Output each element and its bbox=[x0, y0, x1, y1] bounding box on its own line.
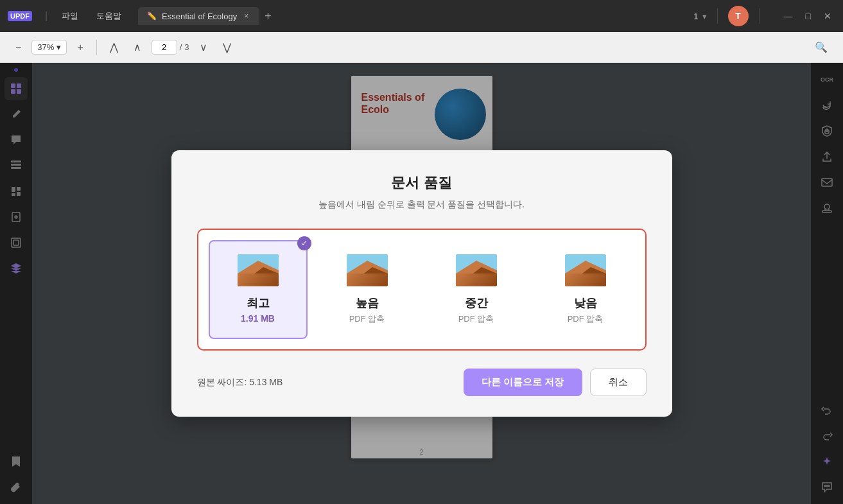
quality-thumbnail-high bbox=[347, 254, 388, 286]
nav-first-button[interactable]: ⋀ bbox=[105, 39, 123, 56]
quality-sublabel-low: PDF 압축 bbox=[568, 313, 604, 325]
page-number-input[interactable] bbox=[152, 40, 177, 55]
quality-options-container: ✓ 최고 1.91 MB bbox=[197, 229, 647, 351]
nav-prev-button[interactable]: ∧ bbox=[128, 39, 146, 56]
zoom-dropdown-icon[interactable]: ▾ bbox=[56, 42, 61, 52]
modal-overlay: 문서 품질 높음에서 내림 순위로 출력 문서 품질을 선택합니다. ✓ 최고 … bbox=[0, 63, 843, 504]
cancel-button[interactable]: 취소 bbox=[590, 369, 647, 396]
page-separator: / bbox=[180, 42, 182, 52]
page-nav-dropdown-icon[interactable]: ▾ bbox=[702, 12, 707, 21]
tab-close-button[interactable]: × bbox=[242, 11, 250, 21]
zoom-out-button[interactable]: − bbox=[10, 39, 26, 56]
save-button[interactable]: 다른 이름으로 저장 bbox=[464, 369, 582, 396]
modal-title: 문서 품질 bbox=[197, 173, 647, 193]
nav-last-button[interactable]: ⋁ bbox=[218, 39, 236, 56]
zoom-level: 37% bbox=[37, 42, 54, 52]
modal-subtitle: 높음에서 내림 순위로 출력 문서 품질을 선택합니다. bbox=[197, 199, 647, 211]
zoom-display[interactable]: 37% ▾ bbox=[31, 40, 67, 55]
selected-check-icon: ✓ bbox=[297, 236, 311, 250]
quality-label-low: 낮음 bbox=[574, 295, 597, 311]
quality-label-high: 높음 bbox=[356, 295, 379, 311]
menu-help[interactable]: 도움말 bbox=[90, 8, 128, 24]
toolbar: − 37% ▾ + ⋀ ∧ / 3 ∨ ⋁ 🔍 bbox=[0, 32, 843, 63]
quality-option-medium[interactable]: 중간 PDF 압축 bbox=[427, 240, 526, 339]
zoom-in-button[interactable]: + bbox=[72, 39, 88, 56]
search-button[interactable]: 🔍 bbox=[810, 39, 833, 56]
quality-option-low[interactable]: 낮음 PDF 압축 bbox=[536, 240, 635, 339]
page-indicator: / 3 bbox=[152, 40, 189, 55]
quality-sublabel-high: PDF 압축 bbox=[349, 313, 385, 325]
quality-thumbnail-highest bbox=[238, 254, 279, 286]
titlebar: UPDF | 파일 도움말 ✏️ Essential of Ecology × … bbox=[0, 0, 843, 32]
quality-modal: 문서 품질 높음에서 내림 순위로 출력 문서 품질을 선택합니다. ✓ 최고 … bbox=[171, 150, 672, 417]
maximize-button[interactable]: □ bbox=[802, 10, 815, 22]
app-logo[interactable]: UPDF bbox=[8, 11, 32, 21]
tab-ecology[interactable]: ✏️ Essential of Ecology × bbox=[138, 7, 259, 25]
menu-file[interactable]: 파일 bbox=[55, 8, 85, 24]
nav-next-button[interactable]: ∨ bbox=[195, 39, 213, 56]
updf-logo-box: UPDF bbox=[8, 11, 32, 21]
quality-label-highest: 최고 bbox=[247, 295, 270, 311]
quality-sublabel-medium: PDF 압축 bbox=[458, 313, 494, 325]
window-controls: — □ ✕ bbox=[780, 10, 835, 22]
main-layout: Essentials of Ecolo bbox=[0, 63, 843, 504]
user-avatar[interactable]: T bbox=[728, 6, 749, 26]
quality-thumbnail-low bbox=[565, 254, 606, 286]
titlebar-sep2 bbox=[717, 8, 718, 24]
quality-option-highest[interactable]: ✓ 최고 1.91 MB bbox=[209, 240, 308, 339]
quality-option-high[interactable]: 높음 PDF 압축 bbox=[318, 240, 417, 339]
modal-footer: 원본 싸이즈: 5.13 MB 다른 이름으로 저장 취소 bbox=[197, 369, 647, 396]
minimize-button[interactable]: — bbox=[780, 10, 797, 22]
quality-size-highest: 1.91 MB bbox=[241, 313, 275, 324]
quality-thumbnail-medium bbox=[456, 254, 497, 286]
page-nav-area: 1 ▾ bbox=[693, 12, 706, 21]
tab-edit-icon: ✏️ bbox=[147, 12, 157, 21]
quality-label-medium: 중간 bbox=[465, 295, 488, 311]
tab-add-button[interactable]: + bbox=[259, 7, 277, 26]
tab-area: ✏️ Essential of Ecology × + bbox=[138, 7, 688, 26]
tab-label: Essential of Ecology bbox=[162, 12, 237, 21]
page-nav-display: 1 bbox=[693, 12, 698, 21]
titlebar-sep3 bbox=[759, 8, 760, 24]
modal-actions: 다른 이름으로 저장 취소 bbox=[464, 369, 646, 396]
original-size-label: 원본 싸이즈: 5.13 MB bbox=[197, 377, 283, 388]
titlebar-sep1: | bbox=[45, 10, 48, 22]
page-total: 3 bbox=[184, 42, 189, 52]
close-button[interactable]: ✕ bbox=[820, 10, 835, 22]
toolbar-separator-1 bbox=[96, 40, 97, 55]
